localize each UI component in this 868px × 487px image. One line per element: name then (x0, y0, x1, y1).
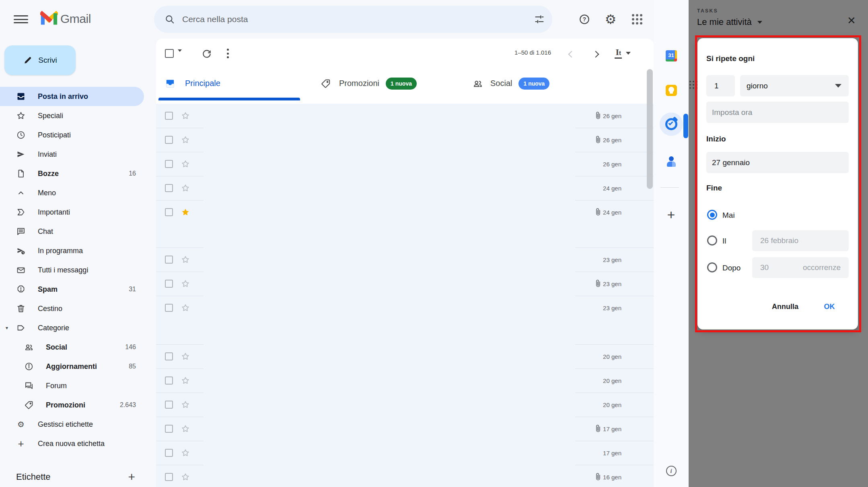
main-menu-icon[interactable] (14, 14, 28, 25)
star-toggle-icon[interactable] (180, 110, 191, 121)
row-checkbox[interactable] (165, 401, 173, 409)
star-toggle-icon[interactable] (180, 183, 191, 193)
row-checkbox[interactable] (165, 449, 173, 457)
compose-button[interactable]: Scrivi (4, 45, 76, 75)
row-checkbox[interactable] (165, 256, 173, 264)
row-checkbox[interactable] (165, 352, 173, 360)
sidebar-item-crea-nuova-etichetta[interactable]: + Crea nuova etichetta (0, 434, 144, 453)
sidebar-item-importanti[interactable]: Importanti (0, 203, 144, 222)
star-toggle-icon[interactable] (180, 472, 191, 482)
email-row[interactable]: 17 gen (156, 417, 654, 441)
help-icon[interactable]: ? (575, 10, 594, 29)
row-checkbox[interactable] (165, 208, 173, 216)
star-toggle-icon[interactable] (180, 351, 191, 362)
calendar-icon[interactable]: 31 (666, 50, 677, 61)
sidebar-item-speciali[interactable]: Speciali (0, 106, 144, 125)
sidebar-item-posticipati[interactable]: Posticipati (0, 125, 144, 145)
sidebar-item-aggiornamenti[interactable]: Aggiornamenti 85 (0, 357, 144, 376)
sidebar-item-posta-in-arrivo[interactable]: Posta in arrivo (0, 87, 144, 106)
star-toggle-icon[interactable] (180, 278, 191, 289)
email-row[interactable]: 17 gen (156, 441, 654, 465)
sidebar-item-social[interactable]: Social 146 (0, 338, 144, 357)
row-checkbox[interactable] (165, 136, 173, 144)
star-toggle-icon[interactable] (180, 424, 191, 434)
sidebar-item-spam[interactable]: Spam 31 (0, 280, 144, 299)
tab-promozioni[interactable]: Promozioni 1 nuova (321, 66, 417, 100)
add-addon-plus-icon[interactable]: + (667, 207, 675, 223)
older-page-chevron-icon[interactable] (590, 48, 602, 60)
tag-icon (24, 400, 34, 410)
tasks-icon[interactable] (660, 113, 683, 136)
sidebar-item-chat[interactable]: Chat (0, 222, 144, 241)
tab-principale[interactable]: Principale (165, 66, 220, 100)
apps-grid-icon[interactable] (627, 10, 647, 29)
email-date: 23 gen (603, 280, 621, 287)
sidebar-item-in-programma[interactable]: In programma (0, 241, 144, 260)
row-checkbox[interactable] (165, 425, 173, 433)
scrollbar-thumb[interactable] (647, 69, 653, 189)
sidebar-item-categorie[interactable]: ▾ Categorie (0, 318, 144, 338)
attachment-clip-icon (593, 135, 603, 145)
email-row[interactable]: 26 gen (156, 128, 654, 152)
tab-social[interactable]: Social 1 nuova (473, 66, 549, 100)
email-row[interactable]: 16 gen (156, 465, 654, 487)
star-toggle-icon[interactable] (180, 375, 191, 386)
mail-list-card: 1–50 di 1.016 It Principale Promozioni 1… (156, 39, 654, 487)
sidebar-item-promozioni[interactable]: Promozioni 2.643 (0, 395, 144, 415)
select-dropdown-caret-icon[interactable] (178, 52, 182, 59)
row-checkbox[interactable] (165, 184, 173, 192)
expand-caret-icon[interactable]: ▾ (6, 325, 8, 331)
search-input[interactable] (182, 14, 534, 24)
keep-icon[interactable] (666, 85, 677, 96)
email-row[interactable]: 23 gen (156, 272, 654, 296)
row-checkbox[interactable] (165, 377, 173, 385)
email-row[interactable]: 26 gen (156, 152, 654, 176)
newer-page-chevron-icon[interactable] (566, 48, 578, 60)
email-row[interactable]: 23 gen (156, 248, 654, 272)
sidebar-item-bozze[interactable]: Bozze 16 (0, 164, 144, 183)
email-row[interactable]: 23 gen (156, 296, 654, 344)
settings-gear-icon[interactable]: ⚙ (601, 10, 620, 29)
star-toggle-icon[interactable] (180, 448, 191, 458)
email-row[interactable]: 20 gen (156, 393, 654, 417)
contacts-icon[interactable] (666, 156, 677, 167)
email-date: 23 gen (603, 256, 621, 263)
row-checkbox[interactable] (165, 160, 173, 168)
search-icon[interactable] (165, 14, 175, 25)
draft-icon (16, 169, 26, 178)
important-marker-icon (16, 207, 26, 217)
promotions-tag-icon (321, 78, 331, 89)
sidebar-item-forum[interactable]: Forum (0, 376, 144, 395)
row-checkbox[interactable] (165, 473, 173, 481)
sidebar-item-tutti-i-messaggi[interactable]: Tutti i messaggi (0, 260, 144, 280)
sidebar-item-cestino[interactable]: Cestino (0, 299, 144, 318)
email-row[interactable]: 24 gen (156, 176, 654, 200)
email-row[interactable]: 20 gen (156, 368, 654, 393)
info-icon[interactable]: i (666, 466, 677, 476)
star-toggle-icon[interactable] (180, 207, 191, 217)
sidebar-item-meno[interactable]: Meno (0, 183, 144, 203)
email-row[interactable]: 26 gen (156, 104, 654, 128)
star-toggle-icon[interactable] (180, 399, 191, 410)
more-options-icon[interactable] (227, 49, 229, 58)
star-toggle-icon[interactable] (180, 303, 191, 313)
send-icon (16, 149, 26, 159)
spam-icon (16, 284, 26, 294)
create-label-plus-icon[interactable]: + (128, 470, 135, 484)
star-toggle-icon[interactable] (180, 135, 191, 145)
input-tools-selector[interactable]: It (615, 47, 631, 59)
star-toggle-icon[interactable] (180, 254, 191, 265)
row-checkbox[interactable] (165, 304, 173, 312)
search-filter-icon[interactable] (534, 14, 545, 25)
email-row[interactable]: 20 gen (156, 344, 654, 368)
sidebar-item-label: Inviati (38, 150, 57, 159)
sidebar-item-inviati[interactable]: Inviati (0, 145, 144, 164)
row-checkbox[interactable] (165, 112, 173, 120)
email-row[interactable]: 24 gen (156, 200, 654, 248)
refresh-icon[interactable] (200, 47, 214, 61)
row-checkbox[interactable] (165, 280, 173, 288)
select-all-checkbox[interactable] (165, 49, 174, 58)
star-toggle-icon[interactable] (180, 159, 191, 169)
search-bar[interactable] (154, 6, 552, 33)
sidebar-item-gestisci-etichette[interactable]: ⚙ Gestisci etichette (0, 415, 144, 434)
